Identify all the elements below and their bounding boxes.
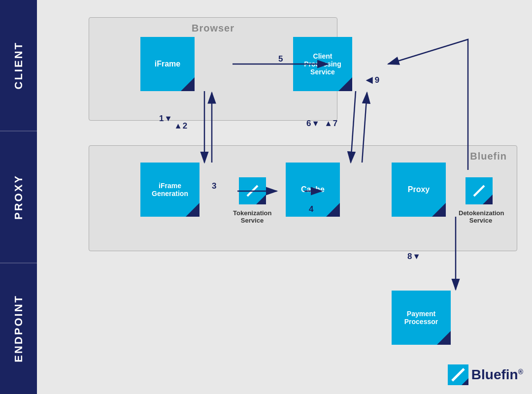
main-content: Browser Bluefin iFrame ClientProcessingS… [37,0,532,394]
step-4: 4 [309,204,313,214]
step-1: 1 ▾ [159,113,170,124]
svg-line-13 [452,369,464,381]
detokenization-slash-icon [470,182,488,199]
payment-label: PaymentProcessor [404,310,438,326]
svg-line-1 [474,186,484,196]
proxy-label-box: Proxy [408,185,430,194]
payment-box: PaymentProcessor [392,291,451,345]
step-9: ◀ 9 [366,75,379,85]
iframe-label: iFrame [155,60,180,68]
bluefin-logo-icon [448,364,468,385]
bluefin-logo-text: Bluefin® [471,367,523,383]
bluefin-logo-slash-icon [448,364,468,385]
iframe-gen-label: iFrameGeneration [152,182,188,197]
iframe-gen-box: iFrameGeneration [140,163,200,217]
step-6: 6 ▾ [306,118,318,129]
step-7: ▴ 7 [326,118,337,129]
sidebar: CLIENT PROXY ENDPOINT [0,0,37,394]
browser-zone-label: Browser [192,23,234,34]
cps-label: ClientProcessingService [304,52,341,76]
proxy-label: PROXY [12,174,25,220]
cache-label: Cache [301,185,325,194]
sidebar-section-client: CLIENT [0,0,37,131]
endpoint-label: ENDPOINT [12,295,25,362]
bluefin-zone-label: Bluefin [470,151,507,162]
tokenization-slash-icon [244,182,261,199]
step-2: ▴ 2 [176,121,187,131]
client-label: CLIENT [12,41,25,89]
svg-line-0 [247,186,258,196]
iframe-box: iFrame [140,37,195,91]
tokenization-label: Tokenization Service [233,209,271,224]
sidebar-section-endpoint: ENDPOINT [0,263,37,394]
step-8: 8 ▾ [407,251,419,262]
detokenization-label: Detokenization Service [459,209,503,224]
cps-box: ClientProcessingService [293,37,352,91]
step-5: 5 [278,54,283,64]
step-3: 3 [212,181,216,191]
sidebar-section-proxy: PROXY [0,131,37,263]
proxy-box: Proxy [392,163,446,217]
bluefin-logo: Bluefin® [448,364,523,385]
detokenization-icon-box [466,177,493,204]
tokenization-icon-box [239,177,266,204]
